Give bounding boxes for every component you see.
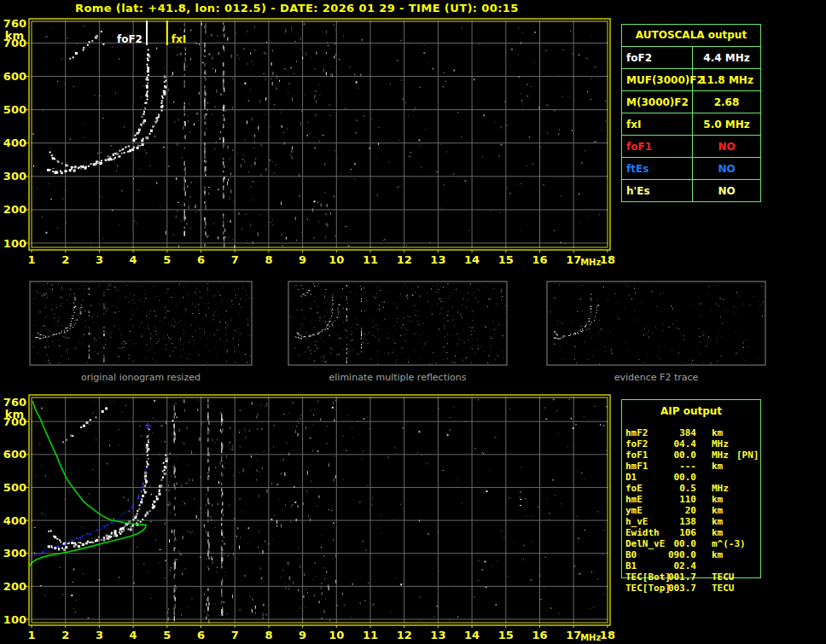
- series-restored-trace: [30, 468, 148, 557]
- param-label: B1: [625, 560, 637, 571]
- series-f2-extraordinary: [48, 455, 168, 546]
- svg-text:1: 1: [27, 253, 35, 266]
- param-label: foF1: [625, 450, 649, 461]
- svg-text:5: 5: [163, 629, 171, 641]
- param-unit: km: [712, 505, 723, 516]
- panel-thumbnail-3: [547, 281, 765, 365]
- param-value: 5.0 MHz: [693, 113, 760, 135]
- svg-text:7: 7: [231, 253, 239, 266]
- param-unit: km: [712, 461, 723, 472]
- bottom-ionogram-plot: 123456789101112131415161718MHz1002003004…: [3, 395, 615, 642]
- param-label: foF2: [625, 438, 649, 450]
- svg-text:400: 400: [3, 136, 26, 149]
- param-label: M(3000)F2: [622, 91, 693, 113]
- param-unit: MHz: [712, 483, 729, 494]
- autoscala-table-title: AUTOSCALA output: [622, 25, 760, 47]
- svg-text:400: 400: [3, 514, 26, 527]
- svg-text:foF2: foF2: [117, 33, 143, 45]
- param-value: 106: [654, 527, 696, 538]
- svg-text:200: 200: [3, 203, 26, 216]
- param-value: 2.68: [693, 91, 760, 113]
- param-unit: km: [712, 527, 723, 538]
- param-value: NO: [693, 136, 760, 157]
- aip-row: hmF1---km: [621, 461, 766, 472]
- svg-text:300: 300: [3, 547, 26, 560]
- param-unit: km: [712, 427, 723, 438]
- series-second-reflection: [69, 31, 102, 60]
- aip-table-title: AIP output: [621, 401, 761, 421]
- param-value: 090.0: [654, 549, 696, 560]
- svg-text:16: 16: [532, 253, 547, 266]
- svg-text:6: 6: [197, 629, 205, 641]
- aip-row: TEC[Bot]001.7TECU: [621, 571, 766, 583]
- svg-text:9: 9: [299, 253, 306, 266]
- svg-text:15: 15: [498, 253, 514, 266]
- param-value: 0.5: [654, 483, 696, 494]
- aip-row: h_vE138km: [621, 516, 766, 527]
- svg-text:100: 100: [3, 237, 26, 250]
- svg-text:600: 600: [3, 70, 26, 83]
- svg-text:4: 4: [130, 629, 137, 641]
- svg-text:km: km: [5, 408, 24, 421]
- svg-text:760: 760: [3, 17, 26, 30]
- panel-thumbnail-1: [30, 281, 252, 365]
- autoscala-row: foF1NO: [622, 136, 760, 158]
- svg-text:13: 13: [430, 253, 445, 266]
- param-value: 02.4: [654, 560, 696, 571]
- svg-text:14: 14: [464, 253, 480, 266]
- series-f2-extraordinary: [49, 76, 167, 169]
- autoscala-row: M(3000)F22.68: [622, 91, 760, 113]
- svg-text:8: 8: [265, 629, 272, 641]
- panel-caption: eliminate multiple reflections: [288, 372, 507, 384]
- svg-text:7: 7: [231, 629, 239, 641]
- top-ionogram-plot: foF2fxI123456789101112131415161718MHz100…: [3, 17, 615, 267]
- svg-text:11: 11: [363, 629, 378, 641]
- series-f2-ordinary: [48, 428, 150, 551]
- svg-text:12: 12: [397, 253, 412, 266]
- aip-row: foF204.4MHz: [621, 438, 766, 450]
- aip-row: DelN_vE00.0m^(-3): [621, 538, 766, 549]
- param-value: 04.4: [654, 438, 696, 450]
- svg-text:10: 10: [329, 253, 344, 266]
- svg-text:17: 17: [566, 253, 581, 266]
- autoscala-row: fxI5.0 MHz: [622, 113, 760, 136]
- param-label: h_vE: [625, 516, 649, 527]
- svg-text:11: 11: [363, 253, 378, 266]
- panel-caption: evidence F2 trace: [547, 372, 765, 384]
- param-unit: km: [712, 516, 723, 527]
- param-unit: MHz: [712, 438, 729, 450]
- param-label: foF1: [622, 136, 693, 157]
- aip-row: D100.0: [621, 472, 766, 483]
- param-unit: MHz: [712, 450, 729, 461]
- aip-row: B102.4: [621, 560, 766, 571]
- autoscala-row: MUF(3000)F211.8 MHz: [622, 69, 760, 91]
- param-label: hmE: [625, 494, 643, 505]
- param-value: 00.0: [654, 538, 696, 549]
- svg-text:9: 9: [299, 629, 306, 641]
- svg-text:200: 200: [3, 580, 26, 593]
- param-label: MUF(3000)F2: [622, 69, 693, 90]
- param-value: 11.8 MHz: [693, 69, 760, 90]
- svg-text:15: 15: [498, 629, 514, 641]
- svg-text:13: 13: [430, 629, 445, 641]
- aip-row: foE0.5MHz: [621, 483, 766, 494]
- param-value: 003.7: [654, 583, 696, 594]
- param-value: 00.0: [654, 472, 696, 483]
- svg-text:km: km: [5, 29, 24, 42]
- svg-text:2: 2: [61, 253, 69, 266]
- series-f2-ordinary: [47, 49, 151, 175]
- svg-text:fxI: fxI: [172, 33, 186, 45]
- param-label: hmF1: [625, 461, 649, 472]
- param-label: fxI: [622, 113, 693, 135]
- param-value: 138: [654, 516, 696, 527]
- param-label: ftEs: [622, 158, 693, 179]
- param-unit: km: [712, 494, 723, 505]
- panel-thumbnail-2: [288, 281, 507, 365]
- param-value: NO: [693, 158, 760, 179]
- svg-text:MHz: MHz: [580, 633, 601, 642]
- aip-row: TEC[Top]003.7TECU: [621, 583, 766, 594]
- series-restored-point: [145, 423, 151, 429]
- autoscala-output-table: AUTOSCALA output foF24.4 MHzMUF(3000)F21…: [621, 24, 761, 202]
- svg-text:760: 760: [3, 396, 26, 409]
- svg-text:1: 1: [27, 629, 35, 641]
